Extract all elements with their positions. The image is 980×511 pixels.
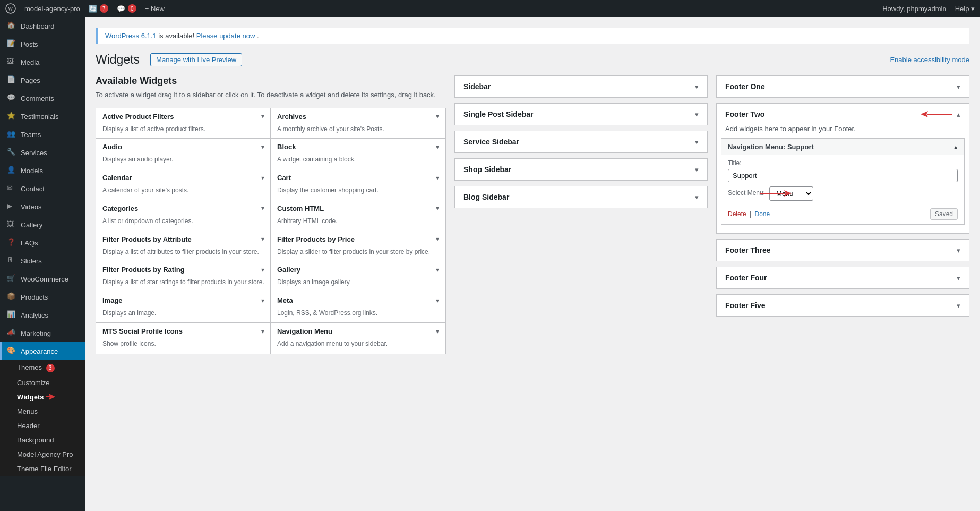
sidebar-item-teams[interactable]: 👥 Teams (0, 125, 85, 143)
sidebar-header-footer-one[interactable]: Footer One ▾ (717, 76, 969, 97)
submenu-theme-file-editor[interactable]: Theme File Editor (0, 462, 85, 476)
widget-header-filter-products-price[interactable]: Filter Products by Price ▾ (271, 231, 445, 248)
sidebar-item-media[interactable]: 🖼 Media (0, 53, 85, 71)
update-now-link[interactable]: Please update now (196, 32, 255, 40)
chevron-down-icon: ▾ (436, 297, 439, 304)
sidebar-header-footer-four[interactable]: Footer Four ▾ (717, 267, 969, 288)
sidebar-item-products[interactable]: 📦 Products (0, 288, 85, 306)
comments-link[interactable]: 💬 0 (117, 4, 136, 13)
available-widgets-section: Available Widgets To activate a widget d… (96, 75, 446, 354)
sidebar-header-footer-three[interactable]: Footer Three ▾ (717, 240, 969, 261)
sidebar-item-marketing[interactable]: 📣 Marketing (0, 324, 85, 342)
widget-header-active-product-filters[interactable]: Active Product Filters ▾ (96, 108, 271, 125)
page-title: Widgets (96, 53, 140, 67)
site-name[interactable]: model-agency-pro (24, 5, 80, 13)
wp-version-link[interactable]: WordPress 6.1.1 (105, 32, 157, 40)
widget-actions: Delete | Done Saved (728, 205, 958, 220)
widget-header-mts-social-profile-icons[interactable]: MTS Social Profile Icons ▾ (96, 323, 271, 339)
sidebar-item-videos[interactable]: ▶ Videos (0, 198, 85, 216)
sidebar-item-services[interactable]: 🔧 Services (0, 143, 85, 161)
widget-grid: Active Product Filters ▾ Display a list … (96, 108, 446, 354)
svg-marker-7 (784, 190, 792, 197)
sidebar-header-footer-two[interactable]: Footer Two ▴ (717, 104, 969, 125)
dashboard-icon: 🏠 (7, 21, 16, 31)
sidebar-item-comments[interactable]: 💬 Comments (0, 89, 85, 107)
available-widgets-heading: Available Widgets (96, 75, 446, 87)
new-content-button[interactable]: + New (145, 5, 165, 13)
sidebar-header-shop[interactable]: Shop Sidebar ▾ (455, 159, 707, 180)
submenu-customize[interactable]: Customize (0, 376, 85, 390)
comments-icon: 💬 (7, 93, 16, 103)
sidebar-item-sliders[interactable]: 🎚 Sliders (0, 252, 85, 270)
pages-icon: 📄 (7, 75, 16, 85)
submenu-themes[interactable]: Themes 3 (0, 360, 85, 376)
widget-header-gallery[interactable]: Gallery ▾ (271, 261, 445, 278)
manage-live-preview-button[interactable]: Manage with Live Preview (150, 53, 242, 66)
howdy-user[interactable]: Howdy, phpmyadmin (882, 5, 946, 13)
widget-header-audio[interactable]: Audio ▾ (96, 139, 271, 155)
svg-rect-3 (46, 396, 50, 397)
sidebar-item-faqs[interactable]: ❓ FAQs (0, 234, 85, 252)
sidebar-header-blog[interactable]: Blog Sidebar ▾ (455, 186, 707, 208)
widget-header-custom-html[interactable]: Custom HTML ▾ (271, 200, 445, 217)
widget-header-image[interactable]: Image ▾ (96, 292, 271, 309)
widget-title-input[interactable] (728, 169, 958, 182)
contact-icon: ✉ (7, 184, 16, 193)
done-widget-link[interactable]: Done (754, 210, 770, 218)
sidebar-item-woocommerce[interactable]: 🛒 WooCommerce (0, 270, 85, 288)
sidebar-item-pages[interactable]: 📄 Pages (0, 71, 85, 89)
nav-menu-widget-header[interactable]: Navigation Menu: Support ▴ (721, 139, 964, 155)
sidebar-box-service: Service Sidebar ▾ (454, 131, 708, 153)
widget-header-archives[interactable]: Archives ▾ (271, 108, 445, 125)
chevron-down-icon: ▾ (436, 205, 439, 212)
submenu-widgets[interactable]: Widgets (0, 390, 85, 404)
red-arrow-footer-two (921, 110, 952, 118)
sidebar-item-dashboard[interactable]: 🏠 Dashboard (0, 17, 85, 35)
gallery-icon: 🖼 (7, 220, 16, 229)
sidebar-item-models[interactable]: 👤 Models (0, 161, 85, 180)
widget-header-block[interactable]: Block ▾ (271, 139, 445, 155)
sidebar-item-testimonials[interactable]: ⭐ Testimonials (0, 107, 85, 125)
media-icon: 🖼 (7, 57, 16, 67)
chevron-down-icon: ▾ (695, 83, 699, 91)
submenu-menus[interactable]: Menus (0, 404, 85, 419)
submenu-header[interactable]: Header (0, 419, 85, 433)
footer-two-description: Add widgets here to appear in your Foote… (717, 125, 969, 138)
chevron-down-icon: ▾ (436, 266, 439, 274)
chevron-down-icon: ▾ (436, 143, 439, 151)
sidebar-item-posts[interactable]: 📝 Posts (0, 35, 85, 53)
widget-header-filter-products-rating[interactable]: Filter Products by Rating ▾ (96, 261, 271, 278)
widget-gallery: Gallery ▾ Displays an image gallery. (270, 261, 446, 293)
nav-menu-widget: Navigation Menu: Support ▴ Title: Select… (721, 138, 965, 225)
sidebar-box-blog: Blog Sidebar ▾ (454, 186, 708, 208)
accessibility-mode-link[interactable]: Enable accessibility mode (890, 56, 969, 64)
svg-marker-4 (921, 111, 928, 117)
help-button[interactable]: Help ▾ (955, 5, 975, 13)
chevron-down-icon: ▾ (261, 297, 264, 304)
chevron-down-icon: ▾ (436, 328, 439, 335)
sidebar-box-footer-five: Footer Five ▾ (716, 294, 969, 317)
submenu-background[interactable]: Background (0, 433, 85, 447)
sidebar-header-footer-five[interactable]: Footer Five ▾ (717, 295, 969, 316)
widget-block: Block ▾ A widget containing a block. (270, 138, 446, 170)
wp-logo[interactable]: W (5, 3, 16, 14)
sidebar-header-single-post[interactable]: Single Post Sidebar ▾ (455, 104, 707, 125)
widget-header-navigation-menu[interactable]: Navigation Menu ▾ (271, 323, 445, 339)
sidebar-header-service[interactable]: Service Sidebar ▾ (455, 131, 707, 152)
delete-widget-link[interactable]: Delete (728, 210, 746, 218)
chevron-down-icon: ▾ (261, 143, 264, 151)
widget-header-filter-products-attribute[interactable]: Filter Products by Attribute ▾ (96, 231, 271, 248)
sidebar-header-sidebar[interactable]: Sidebar ▾ (455, 76, 707, 97)
widget-audio: Audio ▾ Displays an audio player. (96, 138, 271, 170)
updates-link[interactable]: 🔄 7 (89, 4, 108, 13)
widget-header-meta[interactable]: Meta ▾ (271, 292, 445, 309)
widget-header-categories[interactable]: Categories ▾ (96, 200, 271, 217)
chevron-down-icon: ▾ (436, 174, 439, 182)
submenu-model-agency-pro[interactable]: Model Agency Pro (0, 447, 85, 462)
sidebar-item-analytics[interactable]: 📊 Analytics (0, 306, 85, 324)
sidebar-item-gallery[interactable]: 🖼 Gallery (0, 216, 85, 234)
widget-header-calendar[interactable]: Calendar ▾ (96, 169, 271, 186)
sidebar-item-appearance[interactable]: 🎨 Appearance (0, 342, 85, 360)
sidebar-item-contact[interactable]: ✉ Contact (0, 180, 85, 198)
widget-header-cart[interactable]: Cart ▾ (271, 169, 445, 186)
